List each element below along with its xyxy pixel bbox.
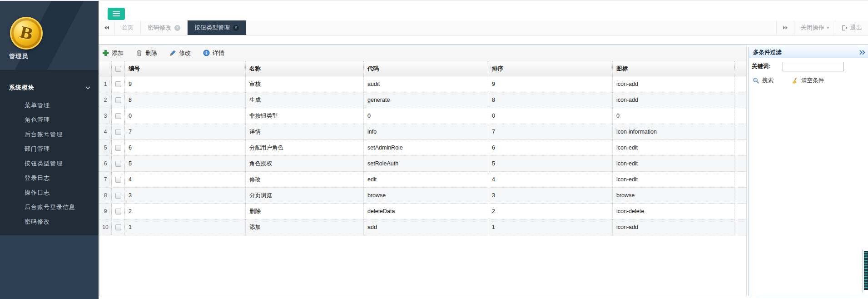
table-row[interactable]: 92删除deleteData2icon-delete [99, 204, 746, 219]
bitcoin-b-glyph: B [7, 14, 46, 53]
table-cell: 7 [125, 124, 246, 140]
sidebar-item[interactable]: 操作日志 [0, 185, 99, 200]
logout-button[interactable]: 退出 [835, 20, 868, 35]
table-row[interactable]: 28生成generate8icon-add [99, 92, 746, 108]
table-cell: 修改 [246, 172, 364, 187]
logout-label: 退出 [850, 24, 862, 32]
menu-section-system[interactable]: 系统模块 [9, 84, 90, 92]
tab-label: 密码修改 [148, 24, 171, 32]
table-row[interactable]: 56分配用户角色setAdminRole6icon-edit [99, 140, 746, 156]
hamburger-icon [113, 11, 120, 16]
search-button[interactable]: 搜索 [753, 77, 774, 85]
table-cell: 1 [125, 219, 246, 235]
table-cell: 8 [125, 92, 246, 108]
menu-section-label: 系统模块 [9, 84, 35, 92]
row-checkbox[interactable] [115, 193, 121, 199]
delete-button[interactable]: 删除 [136, 49, 157, 57]
table-cell: 0 [488, 108, 613, 124]
tab-close-icon[interactable]: × [174, 25, 180, 31]
table-cell: icon-edit [613, 140, 734, 155]
scrollbar-thumb[interactable] [864, 251, 868, 290]
tabs-scroll-left-button[interactable] [99, 20, 115, 35]
row-checkbox[interactable] [115, 145, 121, 151]
header-checkbox-cell [112, 61, 125, 76]
trash-icon [136, 50, 143, 56]
collapse-panel-button[interactable] [859, 50, 866, 55]
tab-home[interactable]: 首页 [115, 20, 141, 35]
add-button[interactable]: 添加 [102, 49, 124, 57]
table-row[interactable]: 74修改edit4icon-edit [99, 172, 746, 188]
table-cell: 角色授权 [246, 156, 364, 171]
sidebar: B 管理员 系统模块 菜单管理角色管理后台账号管理部门管理按钮类型管理登录日志操… [0, 1, 99, 299]
menu-list: 菜单管理角色管理后台账号管理部门管理按钮类型管理登录日志操作日志后台账号登录信息… [0, 98, 99, 229]
table-cell: 2 [125, 204, 246, 219]
bitcoin-logo-icon: B [10, 17, 43, 50]
table-row[interactable]: 19审核audit9icon-add [99, 76, 746, 92]
sidebar-item[interactable]: 部门管理 [0, 142, 99, 156]
sidebar-item[interactable]: 后台账号登录信息 [0, 200, 99, 214]
table-row[interactable]: 47详情info7icon-information [99, 124, 746, 140]
table-body: 19审核audit9icon-add28生成generate8icon-add3… [99, 76, 746, 235]
row-checkbox-cell [112, 172, 125, 187]
table-cell: 1 [488, 219, 613, 235]
row-checkbox[interactable] [115, 113, 121, 119]
row-checkbox[interactable] [115, 209, 121, 214]
table-cell: 9 [488, 76, 613, 92]
row-checkbox[interactable] [115, 161, 121, 167]
row-checkbox[interactable] [115, 224, 121, 230]
table-row[interactable]: 101添加add1icon-add [99, 219, 746, 235]
keyword-label: 关键词: [752, 63, 771, 70]
table-row[interactable]: 65角色授权setRoleAuth5icon-edit [99, 156, 746, 172]
table-cell: icon-add [613, 92, 734, 108]
sidebar-item-label: 登录日志 [25, 174, 50, 181]
table-cell: setAdminRole [364, 140, 488, 155]
edit-button[interactable]: 修改 [169, 49, 191, 57]
tab-password-change[interactable]: 密码修改 × [141, 20, 188, 35]
detail-button[interactable]: 详情 [203, 49, 224, 57]
sidebar-item[interactable]: 登录日志 [0, 171, 99, 185]
table-row[interactable]: 83分页浏览browse3browse [99, 188, 746, 204]
select-all-checkbox[interactable] [115, 66, 121, 72]
table-cell: 8 [488, 92, 613, 108]
table-cell: edit [364, 172, 488, 187]
row-number: 8 [99, 188, 112, 203]
table-row[interactable]: 30非按钮类型000 [99, 108, 746, 124]
row-checkbox[interactable] [115, 81, 121, 87]
tab-close-icon[interactable]: × [233, 25, 239, 31]
tab-actions: 关闭操作 ▾ 退出 [776, 20, 868, 35]
row-checkbox-cell [112, 108, 125, 124]
column-header-name[interactable]: 名称 [246, 61, 364, 76]
tab-label: 按钮类型管理 [194, 24, 230, 32]
tab-button-type-management[interactable]: 按钮类型管理 × [188, 20, 246, 35]
tabs-scroll-right-button[interactable] [777, 20, 794, 35]
close-operations-dropdown[interactable]: 关闭操作 ▾ [794, 20, 835, 35]
detail-button-label: 详情 [213, 49, 224, 57]
sidebar-item[interactable]: 密码修改 [0, 214, 99, 229]
sidebar-profile-area: B 管理员 [0, 1, 99, 70]
sidebar-toggle-button[interactable] [108, 8, 125, 20]
row-checkbox-cell [112, 76, 125, 92]
row-checkbox[interactable] [115, 177, 121, 183]
filter-actions: 搜索 清空条件 [752, 77, 867, 85]
row-checkbox[interactable] [115, 97, 121, 103]
row-checkbox[interactable] [115, 129, 121, 135]
column-header-icon[interactable]: 图标 [613, 61, 734, 76]
sidebar-item[interactable]: 菜单管理 [0, 98, 99, 113]
row-number: 7 [99, 172, 112, 187]
column-header-sort[interactable]: 排序 [488, 61, 613, 76]
edit-button-label: 修改 [179, 49, 191, 57]
sidebar-item[interactable]: 后台账号管理 [0, 127, 99, 142]
table-cell: 生成 [246, 92, 364, 108]
row-checkbox-cell [112, 124, 125, 140]
keyword-input[interactable] [783, 62, 843, 71]
caret-down-icon: ▾ [827, 25, 829, 30]
column-header-code[interactable]: 代码 [364, 61, 488, 76]
user-name-label: 管理员 [9, 52, 28, 60]
clear-filters-button[interactable]: 清空条件 [792, 77, 824, 85]
row-checkbox-cell [112, 188, 125, 203]
sidebar-item[interactable]: 按钮类型管理 [0, 156, 99, 171]
column-header-id[interactable]: 编号 [125, 61, 246, 76]
close-operations-label: 关闭操作 [800, 24, 824, 32]
table-cell: 3 [125, 188, 246, 203]
sidebar-item[interactable]: 角色管理 [0, 113, 99, 127]
